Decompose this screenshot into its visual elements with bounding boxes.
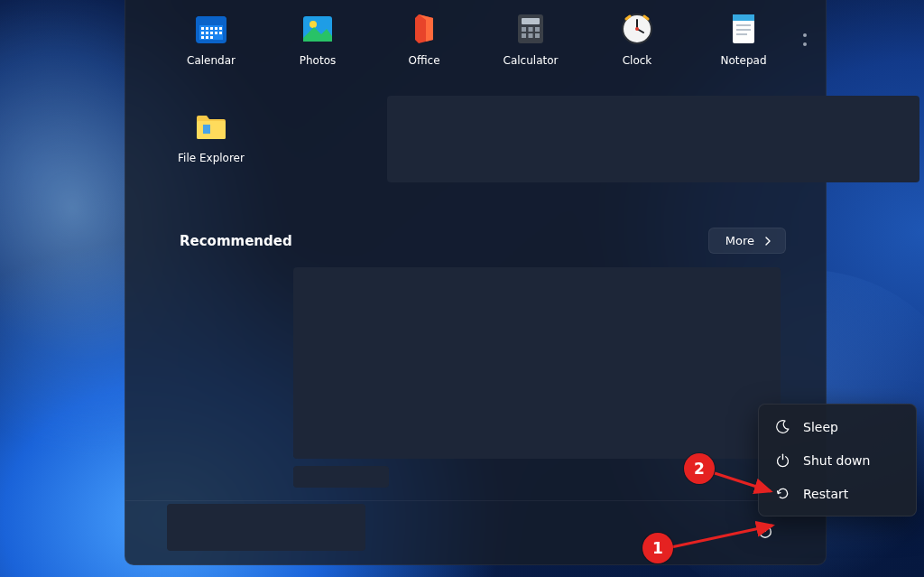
app-file-explorer[interactable]: File Explorer	[158, 105, 264, 188]
svg-line-44	[715, 473, 771, 491]
svg-rect-15	[210, 36, 213, 39]
power-menu-sleep[interactable]: Sleep	[759, 410, 916, 443]
svg-rect-14	[206, 36, 208, 39]
svg-rect-21	[529, 27, 533, 32]
app-label: Calculator	[504, 54, 559, 67]
more-button-label: More	[725, 234, 754, 247]
recommended-heading: Recommended	[180, 233, 292, 249]
redacted-block	[387, 96, 919, 182]
redacted-block	[167, 504, 365, 551]
menu-item-label: Shut down	[803, 453, 870, 468]
svg-rect-3	[201, 27, 204, 30]
svg-rect-11	[215, 32, 217, 34]
app-label: Clock	[623, 54, 652, 67]
svg-rect-5	[210, 27, 213, 30]
svg-rect-7	[219, 27, 222, 30]
notepad-icon	[725, 11, 762, 47]
annotation-arrow	[668, 520, 785, 556]
recommended-more-button[interactable]: More	[708, 228, 786, 254]
calculator-icon	[513, 11, 549, 47]
redacted-block	[293, 466, 389, 488]
svg-point-30	[635, 27, 639, 31]
annotation-arrow	[711, 462, 783, 498]
svg-rect-12	[219, 32, 222, 34]
app-label: Calendar	[187, 54, 236, 67]
office-icon	[406, 11, 442, 47]
redacted-block	[293, 267, 781, 459]
power-options-menu: Sleep Shut down Restart	[758, 404, 917, 517]
app-calendar[interactable]: Calendar	[158, 7, 264, 90]
svg-rect-25	[535, 33, 540, 38]
folder-icon	[193, 108, 229, 144]
svg-rect-9	[206, 32, 208, 34]
svg-rect-22	[535, 27, 540, 32]
app-calculator[interactable]: Calculator	[477, 7, 584, 90]
app-label: File Explorer	[178, 152, 245, 164]
svg-rect-8	[201, 32, 204, 34]
svg-rect-20	[522, 27, 526, 32]
svg-rect-37	[203, 125, 210, 134]
svg-rect-36	[197, 121, 226, 139]
svg-rect-23	[522, 33, 526, 38]
photos-icon	[300, 11, 336, 47]
app-office[interactable]: Office	[371, 7, 477, 90]
svg-point-17	[310, 21, 317, 28]
app-label: Office	[408, 54, 439, 67]
app-label: Notepad	[721, 54, 767, 67]
svg-rect-13	[201, 36, 204, 39]
moon-icon	[775, 419, 790, 434]
svg-rect-32	[733, 14, 754, 21]
chevron-right-icon	[763, 237, 772, 246]
svg-line-43	[671, 526, 772, 547]
app-notepad[interactable]: Notepad	[690, 7, 797, 90]
clock-icon	[619, 11, 655, 47]
menu-item-label: Sleep	[803, 420, 838, 434]
svg-rect-4	[206, 27, 208, 30]
svg-rect-19	[522, 18, 540, 24]
app-clock[interactable]: Clock	[584, 7, 690, 90]
menu-item-label: Restart	[803, 487, 848, 501]
annotation-badge-1: 1	[642, 533, 673, 563]
annotation-badge-2: 2	[684, 453, 715, 484]
app-photos[interactable]: Photos	[264, 7, 371, 90]
svg-rect-6	[215, 27, 217, 30]
svg-rect-1	[196, 16, 226, 23]
app-label: Photos	[300, 54, 336, 67]
svg-rect-10	[210, 32, 213, 34]
svg-rect-24	[529, 33, 533, 38]
calendar-icon	[193, 11, 229, 47]
